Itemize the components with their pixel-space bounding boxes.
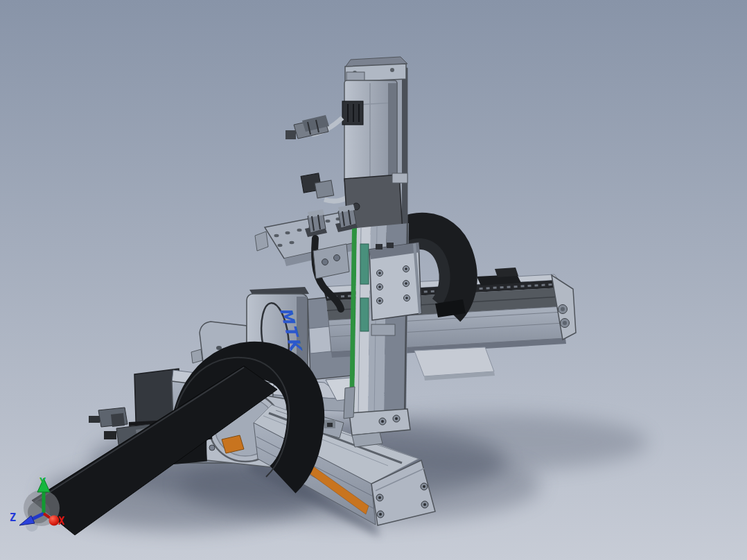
triad-z-label: Z	[10, 511, 16, 524]
triad-y-label: Y	[39, 476, 46, 489]
pcb-teal-block-2	[360, 298, 369, 331]
triad-x-label: X	[58, 515, 64, 527]
pcb-teal-block-1	[360, 244, 369, 284]
cad-viewport[interactable]: MTK	[0, 0, 747, 560]
model-scene[interactable]: MTK	[0, 0, 747, 560]
side-shelf	[414, 347, 494, 376]
